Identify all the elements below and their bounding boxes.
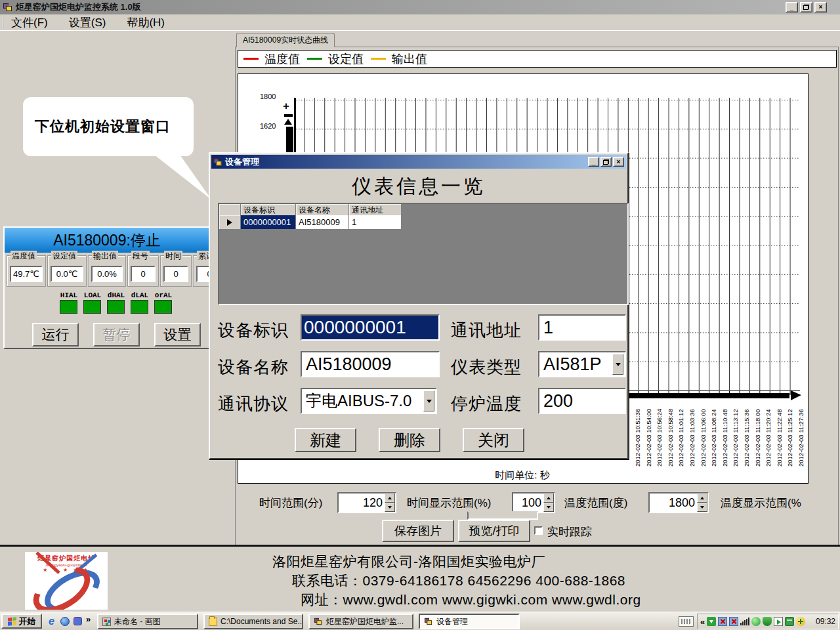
partial-spinbox xyxy=(467,511,538,520)
temp-range-spinner[interactable]: 1800 xyxy=(648,492,709,513)
device-management-dialog: 设备管理 _ × 仪表信息一览 设备标识 设备名称 通讯地址 000000000… xyxy=(209,152,629,459)
meter-type-select[interactable]: AI581P xyxy=(538,351,626,377)
stop-temp-label: 停炉温度 xyxy=(451,392,522,415)
restore-button[interactable] xyxy=(800,2,812,12)
cell-device-id[interactable]: 0000000001 xyxy=(241,215,296,230)
time-display-spinner[interactable]: 100 xyxy=(512,492,555,513)
meter-type-label: 仪表类型 xyxy=(451,356,522,379)
cell-comm-addr[interactable]: 1 xyxy=(349,215,402,230)
temp-range-value[interactable]: 1800 xyxy=(650,494,697,512)
dialog-close-button[interactable]: × xyxy=(613,157,624,167)
system-tray: « 09:32 xyxy=(697,614,839,629)
task-paint[interactable]: 未命名 - 画图 xyxy=(97,614,198,629)
preview-print-button[interactable]: 预览/打印 xyxy=(458,520,530,542)
task-label: 炬星窑炉国炬电炉监... xyxy=(326,616,404,627)
start-label: 开始 xyxy=(19,616,36,627)
pause-label: 暂停 xyxy=(103,326,131,344)
tray-signal-bars-icon[interactable] xyxy=(740,617,749,626)
device-name-field[interactable]: AI5180009 xyxy=(301,351,440,377)
protocol-label: 通讯协议 xyxy=(218,392,289,415)
tab-realtime-curve[interactable]: AI5180009实时状态曲线 xyxy=(236,33,335,47)
tray-download-icon[interactable] xyxy=(707,617,716,626)
stop-temp-field[interactable]: 200 xyxy=(538,388,626,414)
delete-button[interactable]: 删除 xyxy=(379,428,440,452)
media-player-icon[interactable] xyxy=(72,616,83,627)
task-device-management[interactable]: 设备管理 xyxy=(419,614,520,629)
scroll-up-icon[interactable] xyxy=(284,119,292,125)
temp-range-label: 温度范围(度) xyxy=(564,495,627,511)
keyboard-icon[interactable] xyxy=(679,616,694,627)
spin-up-icon[interactable] xyxy=(697,494,707,503)
tray-network-disconnected-icon-2[interactable] xyxy=(729,617,738,626)
tray-shield-icon[interactable] xyxy=(763,617,772,626)
restore-icon xyxy=(803,5,809,10)
task-explorer[interactable]: C:\Documents and Se... xyxy=(203,614,303,629)
alarm-indicator-oral xyxy=(154,300,172,314)
tray-update-icon[interactable] xyxy=(796,617,805,626)
dialog-title-bar[interactable]: 设备管理 _ × xyxy=(211,155,626,169)
x-tick: 2012-02-03 11:18:00 xyxy=(754,409,761,467)
contact-phone: 联系电话：0379-64186178 64562296 400-688-1868 xyxy=(292,572,625,590)
run-button[interactable]: 运行 xyxy=(32,323,79,346)
table-row[interactable]: 0000000001 AI5180009 1 xyxy=(219,215,402,230)
tray-report-icon[interactable] xyxy=(774,617,783,626)
tray-globe-icon[interactable] xyxy=(751,617,761,626)
tray-box-icon[interactable] xyxy=(785,617,794,626)
time-range-spinner[interactable]: 120 xyxy=(337,492,396,513)
close-button[interactable]: × xyxy=(814,2,827,12)
app-icon xyxy=(3,3,12,12)
x-tick: 2012-02-03 11:01:12 xyxy=(677,409,684,467)
clock[interactable]: 09:32 xyxy=(816,617,835,626)
device-id-field[interactable]: 0000000001 xyxy=(301,314,440,341)
tray-chevron-icon[interactable]: « xyxy=(700,617,705,627)
spin-down-icon[interactable] xyxy=(697,503,707,512)
x-tick: 2012-02-03 11:03:36 xyxy=(688,409,696,467)
start-button[interactable]: 开始 xyxy=(1,614,42,629)
realtime-track-checkbox[interactable] xyxy=(534,526,543,535)
tray-network-disconnected-icon[interactable] xyxy=(718,617,727,626)
zoom-out-icon[interactable] xyxy=(284,114,293,117)
menu-help[interactable]: 帮助(H) xyxy=(125,14,167,31)
device-name-label: 设备名称 xyxy=(218,356,289,379)
field-value: 0.0% xyxy=(91,266,123,282)
minimize-button[interactable]: _ xyxy=(786,2,798,12)
task-label: 设备管理 xyxy=(436,616,468,627)
comm-addr-field[interactable]: 1 xyxy=(538,314,626,341)
task-monitor-app[interactable]: 炬星窑炉国炬电炉监... xyxy=(308,614,413,629)
time-display-value[interactable]: 100 xyxy=(513,494,543,512)
menu-file[interactable]: 文件(F) xyxy=(9,14,50,31)
new-label: 新建 xyxy=(310,430,341,451)
cell-device-name[interactable]: AI5180009 xyxy=(296,215,349,230)
browser-globe-icon[interactable] xyxy=(59,616,70,627)
x-tick: 2012-02-03 10:51:36 xyxy=(634,409,641,467)
x-tick: 2012-02-03 11:08:24 xyxy=(710,409,717,467)
spin-up-icon[interactable] xyxy=(543,494,554,503)
settings-button[interactable]: 设置 xyxy=(154,323,201,346)
chevron-down-icon[interactable] xyxy=(612,354,623,375)
save-image-button[interactable]: 保存图片 xyxy=(382,520,454,542)
protocol-value: 宇电AIBUS-7.0 xyxy=(306,390,411,411)
zoom-in-icon[interactable]: + xyxy=(283,100,289,113)
dialog-minimize-button[interactable]: _ xyxy=(588,157,599,167)
y-tick-1800: 1800 xyxy=(260,93,276,100)
menu-settings[interactable]: 设置(S) xyxy=(67,14,108,31)
field-temperature: 温度值 49.7℃ xyxy=(7,255,46,287)
spin-down-icon[interactable] xyxy=(385,503,395,512)
chevron-down-icon[interactable] xyxy=(423,390,434,411)
close-icon: × xyxy=(819,4,823,10)
protocol-select[interactable]: 宇电AIBUS-7.0 xyxy=(301,388,437,414)
menu-bar: 文件(F) 设置(S) 帮助(H) xyxy=(0,14,840,31)
close-dialog-button[interactable]: 关闭 xyxy=(463,428,524,452)
x-tick: 2012-02-03 11:15:36 xyxy=(743,409,750,467)
time-range-value[interactable]: 120 xyxy=(339,494,385,512)
alarm-indicator-dlal xyxy=(131,300,148,314)
quick-launch-chevron-icon[interactable]: » xyxy=(86,614,91,624)
spin-up-icon[interactable] xyxy=(385,494,395,503)
internet-explorer-icon[interactable]: e xyxy=(46,616,57,627)
temp-display-label: 温度显示范围(% xyxy=(721,495,801,511)
alarm-indicator-loal xyxy=(83,300,101,314)
dialog-maximize-button[interactable] xyxy=(600,157,612,167)
spin-down-icon[interactable] xyxy=(543,503,554,512)
x-tick: 2012-02-03 11:06:00 xyxy=(700,409,707,467)
new-button[interactable]: 新建 xyxy=(295,428,356,452)
